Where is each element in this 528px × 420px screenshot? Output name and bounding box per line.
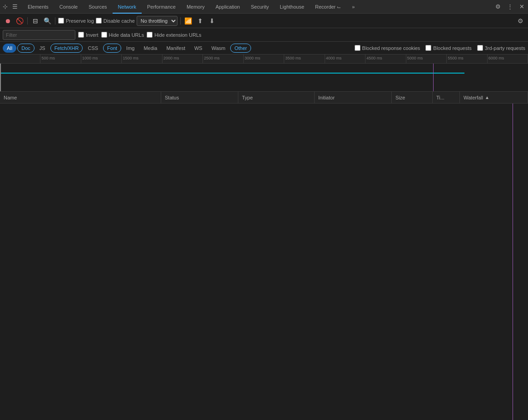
more-icon[interactable]: ⋮ [505, 2, 515, 11]
network-toolbar: ⏺ 🚫 ⊟ 🔍 Preserve log Disable cache No th… [0, 14, 528, 28]
clear-button[interactable]: 🚫 [15, 16, 25, 26]
type-filter-all[interactable]: All [3, 44, 16, 53]
disable-cache-checkbox[interactable] [96, 18, 102, 24]
timeline-activity-bar [0, 73, 528, 74]
tick-5000: 5000 ms [406, 54, 447, 63]
hide-data-urls-label[interactable]: Hide data URLs [101, 32, 144, 38]
tab-bar-right: ⚙ ⋮ ✕ [493, 2, 526, 11]
tab-console[interactable]: Console [54, 0, 83, 14]
tab-more[interactable]: » [346, 0, 360, 14]
type-filter-manifest[interactable]: Manifest [162, 44, 189, 53]
tab-elements[interactable]: Elements [22, 0, 54, 14]
devtools-icons: ⊹ ☰ [2, 2, 19, 11]
tick-4500: 4500 ms [365, 54, 406, 63]
preserve-log-label[interactable]: Preserve log [58, 18, 94, 24]
type-filter-media[interactable]: Media [139, 44, 161, 53]
tick-4000: 4000 ms [325, 54, 365, 63]
tick-2000: 2000 ms [163, 54, 203, 63]
filter-input[interactable] [3, 30, 75, 40]
timeline-cursor [0, 64, 1, 92]
timeline-ruler: 500 ms 1000 ms 1500 ms 2000 ms 2500 ms 3… [0, 54, 528, 64]
timeline-waterfall-cursor [433, 64, 434, 92]
toolbar-divider-1 [27, 17, 28, 25]
preserve-log-checkbox[interactable] [58, 18, 64, 24]
third-party-requests-checkbox[interactable] [477, 45, 483, 51]
third-party-requests-label[interactable]: 3rd-party requests [477, 45, 525, 51]
type-filter-font[interactable]: Font [103, 44, 121, 53]
type-filters-right: Blocked response cookies Blocked request… [355, 45, 525, 51]
wifi-icon-button[interactable]: 📶 [183, 16, 193, 26]
th-waterfall[interactable]: Waterfall ▲ [460, 92, 528, 103]
type-filter-other[interactable]: Other [230, 44, 251, 53]
timeline[interactable]: 500 ms 1000 ms 1500 ms 2000 ms 2500 ms 3… [0, 54, 528, 92]
tab-recorder[interactable]: Recorder ⌙ [310, 0, 346, 14]
close-icon[interactable]: ✕ [518, 2, 526, 11]
tab-security[interactable]: Security [245, 0, 274, 14]
th-size[interactable]: Size [392, 92, 433, 103]
tab-performance[interactable]: Performance [142, 0, 181, 14]
tab-sources[interactable]: Sources [83, 0, 112, 14]
th-status[interactable]: Status [161, 92, 238, 103]
th-initiator[interactable]: Initiator [315, 92, 392, 103]
tab-network[interactable]: Network [113, 0, 142, 14]
filter-button[interactable]: ⊟ [30, 16, 40, 26]
th-time[interactable]: Ti... [433, 92, 460, 103]
download-button[interactable]: ⬇ [207, 16, 217, 26]
tick-1000: 1000 ms [81, 54, 122, 63]
type-filter-row: All Doc JS Fetch/XHR CSS Font Img Media … [0, 42, 528, 54]
th-name[interactable]: Name [0, 92, 161, 103]
network-settings-button[interactable]: ⚙ [515, 16, 525, 26]
toolbar-divider-2 [55, 17, 55, 25]
blocked-response-cookies-checkbox[interactable] [355, 45, 360, 51]
filter-row: Invert Hide data URLs Hide extension URL… [0, 28, 528, 42]
tab-lighthouse[interactable]: Lighthouse [274, 0, 310, 14]
invert-checkbox[interactable] [78, 32, 84, 38]
tick-1500: 1500 ms [122, 54, 162, 63]
tick-6000: 6000 ms [488, 54, 528, 63]
inspector-icon[interactable]: ⊹ [2, 2, 9, 11]
tab-application[interactable]: Application [210, 0, 246, 14]
type-filter-wasm[interactable]: Wasm [207, 44, 230, 53]
type-filter-js[interactable]: JS [35, 44, 49, 53]
tick-3500: 3500 ms [284, 54, 325, 63]
type-filter-fetch[interactable]: Fetch/XHR [50, 44, 83, 53]
tab-bar: ⊹ ☰ Elements Console Sources Network Per… [0, 0, 528, 14]
tick-0 [0, 54, 40, 63]
search-button[interactable]: 🔍 [42, 16, 52, 26]
type-filter-doc[interactable]: Doc [17, 44, 35, 53]
type-filter-ws[interactable]: WS [190, 44, 207, 53]
invert-label[interactable]: Invert [78, 32, 99, 38]
record-button[interactable]: ⏺ [3, 16, 13, 26]
hide-data-urls-checkbox[interactable] [101, 32, 107, 38]
tick-2500: 2500 ms [203, 54, 243, 63]
tick-3000: 3000 ms [244, 54, 284, 63]
type-filter-css[interactable]: CSS [84, 44, 102, 53]
table-body[interactable] [0, 104, 528, 420]
settings-icon[interactable]: ⚙ [493, 2, 503, 11]
throttle-select[interactable]: No throttling Fast 3G Slow 3G Offline [137, 16, 178, 26]
hide-extension-urls-label[interactable]: Hide extension URLs [147, 32, 201, 38]
tick-5500: 5500 ms [447, 54, 487, 63]
blocked-requests-label[interactable]: Blocked requests [425, 45, 471, 51]
blocked-response-cookies-label[interactable]: Blocked response cookies [355, 45, 420, 51]
toolbar-divider-3 [180, 17, 181, 25]
upload-button[interactable]: ⬆ [195, 16, 205, 26]
table-header: Name Status Type Initiator Size Ti... Wa… [0, 92, 528, 104]
type-filter-img[interactable]: Img [122, 44, 138, 53]
th-type[interactable]: Type [238, 92, 315, 103]
waterfall-sort-icon: ▲ [485, 95, 489, 100]
disable-cache-label[interactable]: Disable cache [96, 18, 135, 24]
timeline-area[interactable] [0, 64, 528, 92]
table-waterfall-cursor [513, 104, 513, 420]
hide-extension-urls-checkbox[interactable] [147, 32, 153, 38]
mobile-icon[interactable]: ☰ [11, 2, 19, 11]
blocked-requests-checkbox[interactable] [425, 45, 431, 51]
tick-500: 500 ms [40, 54, 81, 63]
tab-memory[interactable]: Memory [181, 0, 210, 14]
